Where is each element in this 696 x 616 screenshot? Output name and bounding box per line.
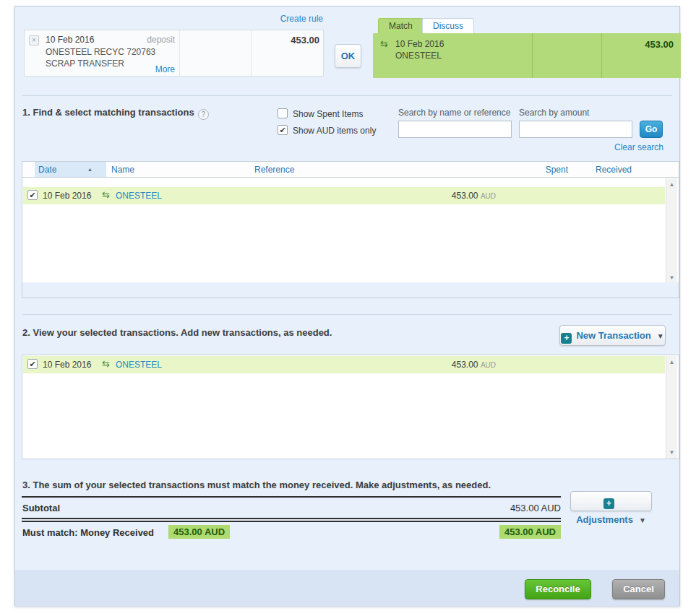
adjustments-label: Adjustments <box>576 514 633 525</box>
show-spent-checkbox[interactable] <box>278 108 288 118</box>
scroll-up-icon[interactable]: ▲ <box>666 181 677 188</box>
statement-date: 10 Feb 2016 <box>46 35 94 45</box>
row-checkbox[interactable]: ✔ <box>27 359 38 369</box>
header-date[interactable]: Date <box>38 165 56 175</box>
scroll-up-icon[interactable]: ▲ <box>666 359 677 365</box>
section-divider <box>22 95 672 96</box>
match-name: ONESTEEL <box>395 51 442 61</box>
reconcile-panel: Create rule × 10 Feb 2016 deposit ONESTE… <box>14 6 680 606</box>
must-match-right-badge: 453.00 AUD <box>499 525 561 539</box>
scroll-down-icon[interactable]: ▼ <box>666 274 677 281</box>
column-divider <box>179 30 180 76</box>
header-name[interactable]: Name <box>111 165 134 175</box>
plus-icon: + <box>561 333 572 344</box>
dropdown-icon: ▼ <box>657 332 664 340</box>
create-rule-link[interactable]: Create rule <box>261 14 323 24</box>
check-icon: ✔ <box>29 360 35 368</box>
statement-line-box: × 10 Feb 2016 deposit ONESTEEL RECYC 720… <box>24 30 324 77</box>
matching-transactions-table: Date ▲ Name Reference Spent Received ✔ 1… <box>22 161 679 298</box>
reconcile-button[interactable]: Reconcile <box>525 579 591 599</box>
row-amount: 453.00 AUD <box>384 191 496 201</box>
subtotal-label: Subtotal <box>22 503 60 513</box>
table-footer-strip <box>22 282 679 298</box>
show-aud-checkbox[interactable]: ✔ <box>278 125 288 135</box>
header-reference[interactable]: Reference <box>254 165 294 175</box>
table-header: Date ▲ Name Reference Spent Received <box>22 162 679 178</box>
ok-button[interactable]: OK <box>335 44 361 68</box>
go-button[interactable]: Go <box>640 121 663 138</box>
tab-discuss[interactable]: Discuss <box>422 18 474 34</box>
transaction-row[interactable]: ✔ 10 Feb 2016 ⇆ ONESTEEL 453.00 AUD <box>23 356 665 373</box>
row-date: 10 Feb 2016 <box>43 360 91 370</box>
scroll-down-icon[interactable]: ▼ <box>666 449 677 456</box>
plus-icon: + <box>603 498 614 509</box>
table-scrollbar[interactable]: ▲ ▼ <box>666 356 677 459</box>
show-aud-label: Show AUD items only <box>293 126 376 136</box>
search-amount-label: Search by amount <box>519 108 589 118</box>
new-transaction-button[interactable]: +New Transaction▼ <box>559 325 666 346</box>
search-amount-input[interactable] <box>519 121 632 138</box>
clear-search-link[interactable]: Clear search <box>579 142 663 152</box>
table-scrollbar[interactable]: ▲ ▼ <box>666 178 677 284</box>
header-date-cell[interactable]: Date ▲ <box>35 162 106 177</box>
column-divider <box>532 33 533 78</box>
row-date: 10 Feb 2016 <box>43 191 91 201</box>
header-received[interactable]: Received <box>572 165 632 175</box>
show-spent-label: Show Spent Items <box>293 109 363 119</box>
section3-title: 3. The sum of your selected transactions… <box>22 480 491 490</box>
new-transaction-label: New Transaction <box>576 330 650 341</box>
selected-transactions-table: ✔ 10 Feb 2016 ⇆ ONESTEEL 453.00 AUD ▲ ▼ <box>22 355 679 459</box>
column-divider <box>251 30 252 76</box>
transfer-icon: ⇆ <box>102 360 110 368</box>
statement-amount: 453.00 <box>254 35 319 45</box>
row-amount-value: 453.00 <box>452 191 478 201</box>
must-match-rule-top <box>22 518 561 519</box>
row-amount-value: 453.00 <box>452 360 478 370</box>
transfer-icon: ⇆ <box>380 40 388 48</box>
must-match-right-wrap: 453.00 AUD <box>449 525 561 539</box>
subtotal-rule <box>22 496 561 498</box>
close-icon[interactable]: × <box>29 35 39 45</box>
row-currency: AUD <box>481 192 496 200</box>
adjustments-button[interactable]: +Adjustments▼ <box>570 491 652 511</box>
footer-bar: Reconcile Cancel <box>15 570 679 606</box>
must-match-rule-bottom <box>22 521 561 522</box>
transfer-icon: ⇆ <box>102 191 110 199</box>
section-divider <box>22 314 672 315</box>
section2-title: 2. View your selected transactions. Add … <box>22 327 332 338</box>
tab-match[interactable]: Match <box>378 18 424 34</box>
subtotal-amount: 453.00 AUD <box>449 503 561 513</box>
check-icon: ✔ <box>29 191 35 199</box>
search-name-input[interactable] <box>398 121 512 138</box>
match-date: 10 Feb 2016 <box>395 39 444 49</box>
section1-title: 1. Find & select matching transactions? <box>22 107 209 120</box>
section1-title-text: 1. Find & select matching transactions <box>22 107 194 118</box>
header-spent[interactable]: Spent <box>507 165 568 175</box>
row-currency: AUD <box>481 361 496 369</box>
reconcile-screen: Create rule × 10 Feb 2016 deposit ONESTE… <box>0 0 696 616</box>
matched-transaction-panel: ⇆ 10 Feb 2016 ONESTEEL 453.00 <box>373 33 681 78</box>
must-match-left-badge: 453.00 AUD <box>168 525 230 539</box>
sort-asc-icon: ▲ <box>87 167 93 172</box>
must-match-label: Must match: Money Received <box>22 527 154 538</box>
dropdown-icon: ▼ <box>639 516 646 524</box>
cancel-button[interactable]: Cancel <box>612 579 665 599</box>
column-divider <box>601 33 602 78</box>
row-checkbox[interactable]: ✔ <box>27 190 38 200</box>
row-name-link[interactable]: ONESTEEL <box>116 360 162 370</box>
search-name-label: Search by name or reference <box>398 108 510 118</box>
more-link[interactable]: More <box>111 64 175 74</box>
transaction-row[interactable]: ✔ 10 Feb 2016 ⇆ ONESTEEL 453.00 AUD <box>23 187 665 204</box>
row-name-link[interactable]: ONESTEEL <box>116 191 162 201</box>
match-amount: 453.00 <box>645 39 674 50</box>
statement-type: deposit <box>111 35 175 45</box>
row-amount: 453.00 AUD <box>384 360 496 370</box>
check-icon: ✔ <box>279 126 285 134</box>
help-icon[interactable]: ? <box>198 109 209 120</box>
